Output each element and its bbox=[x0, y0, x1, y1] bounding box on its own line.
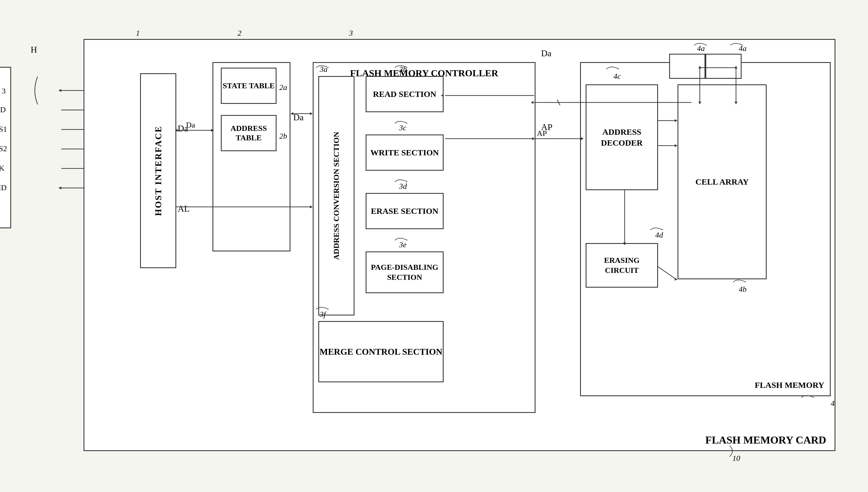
ref-2a: 2a bbox=[279, 83, 287, 92]
cell-array-label: CELL ARRAY bbox=[695, 176, 748, 188]
da-label-3: Da bbox=[541, 48, 551, 58]
ref-3: 3 bbox=[349, 29, 353, 38]
pds-block: PAGE-DISABLING SECTION bbox=[366, 251, 444, 293]
read-section-label: READ SECTION bbox=[373, 90, 437, 99]
host-interface-label: HOST INTERFACE bbox=[153, 126, 164, 216]
acs-label: ADDRESS CONVERSION SECTION bbox=[331, 132, 341, 260]
svg-marker-51 bbox=[310, 205, 313, 208]
ref-3c: 3c bbox=[399, 123, 406, 132]
erasing-circuit-label: ERASING CIRCUIT bbox=[587, 255, 657, 276]
ref-4a-1: 4a bbox=[697, 44, 705, 53]
write-section-label: WRITE SECTION bbox=[370, 148, 439, 157]
address-table-block: ADDRESS TABLE bbox=[221, 115, 276, 151]
svg-marker-2 bbox=[58, 89, 61, 92]
cmd-signal: CMD bbox=[0, 183, 7, 192]
ref-4a-2: 4a bbox=[739, 44, 747, 53]
ref-3e: 3e bbox=[399, 240, 406, 249]
address-table-label: ADDRESS TABLE bbox=[222, 124, 276, 142]
ref-2b: 2b bbox=[279, 132, 287, 141]
ref-2: 2 bbox=[238, 29, 242, 38]
svg-line-54 bbox=[557, 100, 560, 105]
pds-label: PAGE-DISABLING SECTION bbox=[367, 262, 443, 282]
top-cell-1 bbox=[669, 54, 705, 79]
diagram-container: H HOST DAT0～3 VDD VSS1 VSS2 CLK CMD 1 HO… bbox=[22, 22, 847, 468]
clk-signal: CLK bbox=[0, 164, 4, 173]
ref-1: 1 bbox=[136, 29, 140, 38]
ref-4d: 4d bbox=[655, 230, 663, 240]
mcs-block: MERGE CONTROL SECTION bbox=[318, 321, 444, 382]
read-section-block: READ SECTION bbox=[366, 76, 444, 112]
vss2-signal: VSS2 bbox=[0, 144, 7, 153]
ref-3f: 3f bbox=[320, 310, 326, 319]
ref-10: 10 bbox=[733, 454, 740, 463]
svg-marker-49 bbox=[291, 112, 293, 115]
mcs-label: MERGE CONTROL SECTION bbox=[320, 346, 443, 358]
card-label: FLASH MEMORY CARD bbox=[705, 434, 826, 446]
erase-section-block: ERASE SECTION bbox=[366, 193, 444, 229]
ref-3a: 3a bbox=[320, 65, 327, 74]
state-table-label: STATE TABLE bbox=[223, 81, 275, 91]
ref-3d: 3d bbox=[399, 182, 407, 191]
state-table-block: STATE TABLE bbox=[221, 68, 276, 104]
erase-section-label: ERASE SECTION bbox=[371, 206, 439, 216]
top-cell-2 bbox=[705, 54, 742, 79]
svg-marker-48 bbox=[310, 112, 313, 115]
ap-label: AP bbox=[541, 122, 552, 132]
address-decoder-block: ADDRESS DECODER bbox=[586, 84, 658, 190]
ref-4c: 4c bbox=[614, 72, 621, 81]
cell-array-block: CELL ARRAY bbox=[677, 84, 767, 279]
da-label-2: Da bbox=[293, 112, 303, 123]
h-label: H bbox=[31, 45, 37, 55]
ref-4b: 4b bbox=[739, 285, 747, 294]
flash-memory-card: 1 HOST INTERFACE Da AL 2 BUFFER Da STATE… bbox=[83, 39, 836, 451]
svg-marker-13 bbox=[58, 187, 61, 189]
vdd-signal: VDD bbox=[0, 105, 6, 114]
write-section-block: WRITE SECTION bbox=[366, 134, 444, 171]
address-decoder-label: ADDRESS DECODER bbox=[587, 126, 657, 148]
acs-block: ADDRESS CONVERSION SECTION bbox=[318, 76, 354, 316]
erasing-circuit-block: ERASING CIRCUIT bbox=[586, 243, 658, 288]
al-label: AL bbox=[178, 203, 190, 214]
top-cells bbox=[669, 54, 742, 79]
ref-4: 4 bbox=[831, 399, 835, 408]
host-interface-block: HOST INTERFACE bbox=[140, 73, 176, 268]
da-label-1: Da bbox=[178, 123, 188, 134]
flash-memory-label: FLASH MEMORY bbox=[755, 380, 824, 390]
ref-3b: 3b bbox=[399, 65, 407, 74]
vss1-signal: VSS1 bbox=[0, 125, 7, 134]
dat-signal: DAT0～3 bbox=[0, 86, 5, 96]
